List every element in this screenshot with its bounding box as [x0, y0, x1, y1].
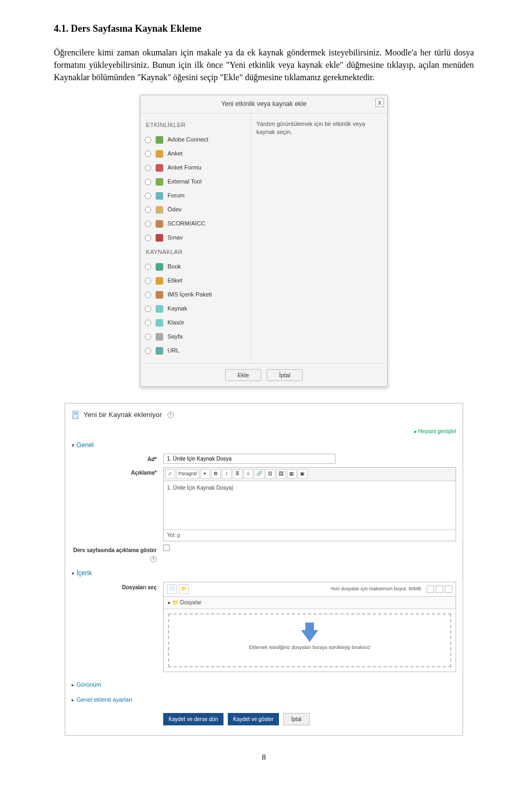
svg-rect-7 — [156, 234, 163, 242]
rte-bold[interactable]: B — [211, 469, 221, 479]
activity-option[interactable]: Sınav — [144, 231, 247, 245]
help-icon[interactable]: ? — [167, 412, 174, 418]
svg-rect-1 — [156, 150, 163, 158]
option-label: Adobe Connect — [167, 136, 208, 144]
expand-all-link[interactable]: ▸ Hepsini genişlet — [72, 428, 456, 436]
activity-option[interactable]: SCORM/AICC — [144, 217, 247, 231]
activity-option[interactable]: Adobe Connect — [144, 133, 247, 147]
activity-option[interactable]: Anket Formu — [144, 161, 247, 175]
module-icon — [155, 149, 164, 159]
section-genel-eklenti[interactable]: ▸Genel eklenti ayarları — [72, 690, 456, 705]
file-drop-zone[interactable]: Eklemek istediğiniz dosyaları buraya sür… — [168, 613, 451, 667]
add-folder-icon[interactable]: 📁 — [179, 584, 188, 594]
radio-icon[interactable] — [145, 334, 151, 340]
activity-option[interactable]: Forum — [144, 189, 247, 203]
modal-help-panel: Yardım görüntülemek için bir etkinlik ve… — [251, 114, 387, 363]
row-dosya: Dosyaları seç 📄 📁 Yeni dosyalar için mak… — [72, 582, 456, 673]
radio-icon[interactable] — [145, 306, 151, 312]
view-tree-icon[interactable] — [445, 585, 452, 593]
radio-icon[interactable] — [145, 207, 151, 213]
save-show-button[interactable]: Kaydet ve göster — [228, 713, 279, 725]
option-label: Sayfa — [167, 333, 183, 341]
option-label: Sınav — [167, 234, 183, 242]
module-icon — [155, 304, 164, 314]
option-label: Book — [167, 263, 181, 271]
radio-icon[interactable] — [145, 193, 151, 199]
module-icon — [155, 276, 164, 286]
activity-option[interactable]: Ödev — [144, 203, 247, 217]
add-file-icon[interactable]: 📄 — [167, 584, 177, 594]
rte-media-icon[interactable]: ▦ — [287, 469, 297, 479]
rte-link-icon[interactable]: 🔗 — [254, 469, 264, 479]
module-icon — [155, 318, 164, 328]
add-button[interactable]: Ekle — [225, 369, 261, 381]
view-switcher[interactable] — [427, 585, 452, 593]
radio-icon[interactable] — [145, 179, 151, 185]
svg-rect-5 — [156, 206, 163, 214]
module-icon — [155, 163, 164, 173]
resource-option[interactable]: Book — [144, 260, 247, 274]
section-icerik[interactable]: ▾İçerik — [72, 566, 456, 581]
rte-unlink-icon[interactable]: ⛓ — [266, 469, 275, 479]
resource-option[interactable]: Kaynak — [144, 302, 247, 316]
ad-input[interactable] — [163, 454, 336, 464]
save-return-button[interactable]: Kaydet ve derse dön — [163, 713, 223, 725]
resource-option[interactable]: Etiket — [144, 274, 247, 288]
resource-icon — [72, 411, 80, 419]
radio-icon[interactable] — [145, 320, 151, 326]
svg-rect-9 — [156, 277, 163, 285]
svg-rect-6 — [156, 220, 163, 228]
radio-icon[interactable] — [145, 348, 151, 354]
page-number: 8 — [54, 752, 474, 764]
module-icon — [155, 233, 164, 243]
rte-expand-icon[interactable]: ⤢ — [165, 469, 175, 479]
rte-paragraph[interactable]: Paragraf — [176, 469, 199, 479]
rte-body[interactable]: 1. Ünite İçin Kaynak Dosya| — [164, 481, 456, 529]
radio-icon[interactable] — [145, 151, 151, 157]
radio-icon[interactable] — [145, 221, 151, 227]
view-icons-icon[interactable] — [427, 585, 434, 593]
resource-option[interactable]: IMS İçerik Paketi — [144, 288, 247, 302]
option-label: Forum — [167, 192, 185, 200]
section-gorunum[interactable]: ▸Görünüm — [72, 675, 456, 690]
rte-dropdown-icon[interactable]: ▾ — [200, 469, 210, 479]
close-icon[interactable]: X — [375, 98, 384, 107]
download-arrow-icon — [301, 630, 318, 642]
svg-rect-13 — [156, 333, 163, 341]
rte-path: Yol: p — [164, 529, 456, 541]
radio-icon[interactable] — [145, 165, 151, 171]
option-label: Etiket — [167, 277, 183, 285]
radio-icon[interactable] — [145, 292, 151, 298]
option-label: IMS İçerik Paketi — [167, 291, 212, 299]
resource-option[interactable]: Sayfa — [144, 330, 247, 344]
file-picker[interactable]: 📄 📁 Yeni dosyalar için maksimum boyut: 5… — [163, 582, 456, 673]
rte-italic[interactable]: I — [222, 469, 232, 479]
resource-option[interactable]: Klasör — [144, 316, 247, 330]
svg-rect-11 — [156, 305, 163, 313]
module-icon — [155, 191, 164, 201]
view-list-icon[interactable] — [436, 585, 443, 593]
label-aciklama: Açıklama* — [72, 467, 163, 477]
radio-icon[interactable] — [145, 264, 151, 270]
rte-toolbar: ⤢ Paragraf ▾ B I ≣ ≡ 🔗 ⛓ 🖼 ▦ ▣ — [164, 468, 456, 481]
radio-icon[interactable] — [145, 137, 151, 143]
rte-ol-icon[interactable]: ≡ — [243, 469, 253, 479]
rich-text-editor[interactable]: ⤢ Paragraf ▾ B I ≣ ≡ 🔗 ⛓ 🖼 ▦ ▣ 1. Ünite … — [163, 467, 456, 542]
file-path[interactable]: ▸ 📁 Dosyalar — [164, 597, 456, 610]
cancel-button[interactable]: İptal — [267, 369, 303, 381]
radio-icon[interactable] — [145, 235, 151, 241]
rte-embed-icon[interactable]: ▣ — [298, 469, 308, 479]
rte-ul-icon[interactable]: ≣ — [233, 469, 242, 479]
resource-option[interactable]: URL — [144, 344, 247, 358]
cancel-button[interactable]: İptal — [283, 713, 310, 725]
radio-icon[interactable] — [145, 278, 151, 284]
activity-option[interactable]: External Tool — [144, 175, 247, 189]
svg-rect-16 — [74, 413, 77, 413]
svg-rect-8 — [156, 263, 163, 271]
activity-option[interactable]: Anket — [144, 147, 247, 161]
help-icon[interactable]: ? — [150, 556, 157, 562]
rte-image-icon[interactable]: 🖼 — [276, 469, 286, 479]
section-genel[interactable]: ▾Genel — [72, 437, 456, 453]
resources-label: KAYNAKLAR — [144, 245, 247, 260]
show-description-checkbox[interactable] — [163, 545, 170, 551]
